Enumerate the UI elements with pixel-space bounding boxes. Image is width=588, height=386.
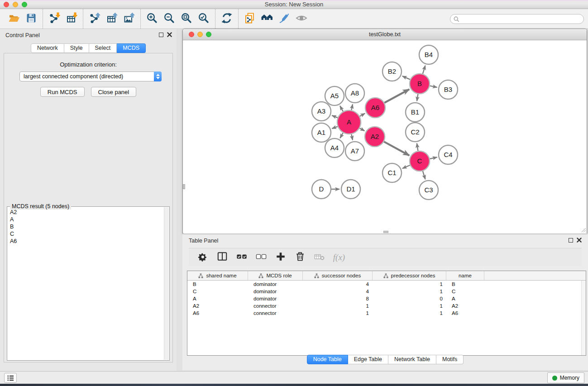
copy-network-button[interactable] bbox=[241, 11, 258, 27]
tab-node-table[interactable]: Node Table bbox=[307, 355, 348, 364]
cell-name[interactable]: A bbox=[446, 295, 484, 302]
column-header-predecessor-nodes[interactable]: predecessor nodes bbox=[373, 271, 446, 280]
cell-MCDS-role[interactable]: connector bbox=[248, 302, 303, 310]
export-image-button[interactable] bbox=[120, 11, 138, 27]
task-history-button[interactable] bbox=[4, 373, 17, 383]
network-window-titlebar[interactable]: testGlobe.txt bbox=[183, 29, 587, 40]
refresh-button[interactable] bbox=[218, 11, 235, 27]
result-list-scrollbar[interactable] bbox=[164, 207, 169, 360]
network-canvas[interactable]: AA6A2BCA1A3A4A5A7A8B1B2B3B4C1C2C3C4DD1 bbox=[183, 41, 587, 234]
tab-network-table[interactable]: Network Table bbox=[388, 355, 436, 364]
open-session-button[interactable] bbox=[5, 11, 23, 27]
mcds-result-list[interactable]: A2ABCA6 bbox=[8, 209, 163, 359]
graph-edge-C-C3[interactable] bbox=[423, 171, 425, 179]
delete-columns-trash-button[interactable] bbox=[292, 250, 308, 265]
mcds-result-item[interactable]: A2 bbox=[8, 209, 163, 216]
table-scrollbar[interactable] bbox=[581, 281, 586, 355]
zoom-selected-button[interactable] bbox=[195, 11, 212, 27]
float-panel-icon[interactable] bbox=[159, 33, 163, 37]
table-row[interactable]: A6connector11A6 bbox=[187, 310, 586, 317]
float-table-panel-icon[interactable] bbox=[569, 238, 573, 243]
graph-edge-C-C2[interactable] bbox=[417, 143, 418, 151]
graph-edge-B-B1[interactable] bbox=[417, 94, 418, 101]
cell-MCDS-role[interactable]: dominator bbox=[248, 295, 303, 302]
export-table-button[interactable] bbox=[103, 11, 120, 27]
import-table-button[interactable] bbox=[63, 11, 80, 27]
close-panel-button[interactable]: Close panel bbox=[91, 87, 137, 97]
hide-columns-unchecked-button[interactable] bbox=[253, 250, 269, 265]
graph-edge-A-A7[interactable] bbox=[351, 134, 353, 140]
cell-predecessor-nodes[interactable]: 1 bbox=[373, 302, 446, 310]
cell-successor-nodes[interactable]: 4 bbox=[303, 288, 373, 295]
column-header-shared-name[interactable]: shared name bbox=[187, 271, 248, 280]
column-header-successor-nodes[interactable]: successor nodes bbox=[303, 271, 373, 280]
graph-edge-A-A8[interactable] bbox=[351, 104, 353, 110]
table-row[interactable]: Bdominator41B bbox=[187, 281, 586, 288]
graph-edge-A-A1[interactable] bbox=[332, 127, 337, 129]
cell-MCDS-role[interactable]: connector bbox=[248, 310, 303, 317]
graph-edge-A-A3[interactable] bbox=[332, 115, 338, 118]
cell-name[interactable]: B bbox=[446, 281, 484, 288]
graph-edge-C-C1[interactable] bbox=[402, 165, 410, 168]
cell-name[interactable]: A6 bbox=[446, 310, 484, 317]
graph-edge-C-C4[interactable] bbox=[430, 157, 437, 159]
table-settings-gear-button[interactable] bbox=[195, 250, 210, 265]
close-table-panel-icon[interactable] bbox=[577, 238, 582, 243]
cell-MCDS-role[interactable]: dominator bbox=[248, 281, 303, 288]
hide-annotations-button[interactable] bbox=[276, 11, 293, 27]
graph-edge-B-B2[interactable] bbox=[402, 76, 410, 80]
horizontal-scrollbar-thumb[interactable] bbox=[383, 231, 388, 233]
search-box[interactable] bbox=[450, 14, 584, 24]
cell-shared-name[interactable]: A bbox=[187, 295, 248, 302]
graph-edge-A-A2[interactable] bbox=[360, 128, 365, 131]
save-session-button[interactable] bbox=[23, 11, 40, 27]
show-graphics-button[interactable] bbox=[293, 11, 310, 27]
zoom-out-button[interactable] bbox=[161, 11, 178, 27]
cell-MCDS-role[interactable]: dominator bbox=[248, 288, 303, 295]
tab-motifs[interactable]: Motifs bbox=[436, 355, 464, 364]
cell-shared-name[interactable]: A6 bbox=[187, 310, 248, 317]
run-mcds-button[interactable]: Run MCDS bbox=[40, 87, 85, 97]
export-network-button[interactable] bbox=[86, 11, 103, 27]
cell-successor-nodes[interactable]: 8 bbox=[303, 295, 373, 302]
cell-predecessor-nodes[interactable]: 1 bbox=[373, 288, 446, 295]
mcds-result-item[interactable]: B bbox=[8, 223, 163, 230]
search-input[interactable] bbox=[459, 15, 583, 23]
zoom-in-button[interactable] bbox=[143, 11, 161, 27]
criterion-dropdown[interactable]: largest connected component (directed) bbox=[19, 71, 162, 81]
graph-edge-B-B4[interactable] bbox=[423, 66, 425, 74]
graph-edge-A6-B[interactable] bbox=[384, 89, 409, 103]
tab-style[interactable]: Style bbox=[64, 43, 89, 53]
vertical-scrollbar-thumb[interactable] bbox=[183, 184, 185, 189]
column-header-name[interactable]: name bbox=[446, 271, 484, 280]
network-graph[interactable]: AA6A2BCA1A3A4A5A7A8B1B2B3B4C1C2C3C4DD1 bbox=[183, 41, 587, 234]
cell-successor-nodes[interactable]: 1 bbox=[303, 310, 373, 317]
cell-shared-name[interactable]: C bbox=[187, 288, 248, 295]
cell-successor-nodes[interactable]: 4 bbox=[303, 281, 373, 288]
zoom-fit-button[interactable] bbox=[178, 11, 195, 27]
graph-edge-A-A4[interactable] bbox=[340, 133, 343, 138]
cell-predecessor-nodes[interactable]: 1 bbox=[373, 310, 446, 317]
ndex-home-button[interactable] bbox=[258, 11, 276, 27]
cell-predecessor-nodes[interactable]: 1 bbox=[373, 281, 446, 288]
cell-name[interactable]: C bbox=[446, 288, 484, 295]
mcds-result-item[interactable]: C bbox=[8, 230, 163, 238]
cell-successor-nodes[interactable]: 1 bbox=[303, 302, 373, 310]
cell-name[interactable]: A2 bbox=[446, 302, 484, 310]
graph-edge-B-B3[interactable] bbox=[430, 86, 437, 87]
graph-edge-A-A5[interactable] bbox=[340, 106, 343, 111]
mcds-result-item[interactable]: A6 bbox=[8, 238, 163, 245]
column-header-MCDS-role[interactable]: MCDS role bbox=[248, 271, 303, 280]
show-columns-checked-button[interactable] bbox=[234, 250, 249, 265]
import-network-button[interactable] bbox=[46, 11, 63, 27]
close-panel-icon[interactable] bbox=[167, 32, 172, 37]
tab-mcds[interactable]: MCDS bbox=[117, 43, 146, 53]
resize-grip-icon[interactable] bbox=[580, 227, 586, 233]
memory-button[interactable]: Memory bbox=[547, 372, 584, 383]
tab-select[interactable]: Select bbox=[89, 43, 117, 53]
table-row[interactable]: Cdominator41C bbox=[187, 288, 586, 295]
tab-edge-table[interactable]: Edge Table bbox=[348, 355, 388, 364]
graph-edge-A2-C[interactable] bbox=[384, 142, 409, 156]
tab-network[interactable]: Network bbox=[31, 43, 64, 53]
cell-shared-name[interactable]: B bbox=[187, 281, 248, 288]
